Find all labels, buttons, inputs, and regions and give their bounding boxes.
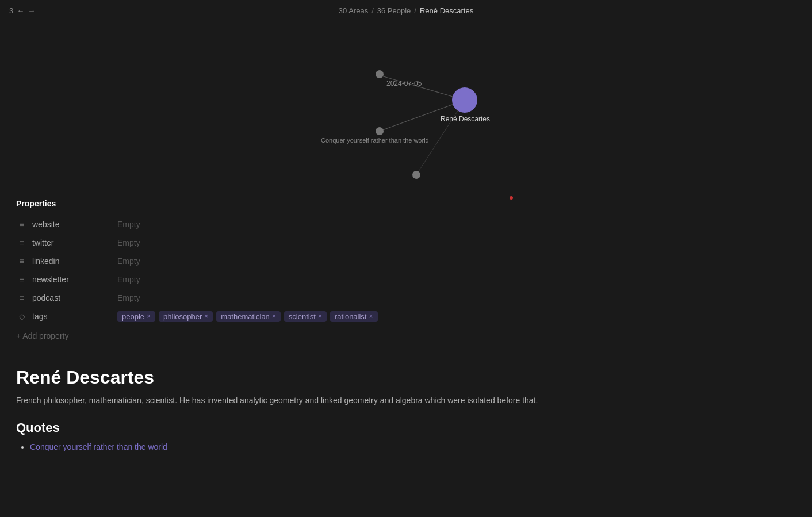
linkedin-label: linkedin	[32, 256, 113, 266]
tag-scientist-label: scientist	[289, 312, 316, 321]
properties-title: Properties	[16, 199, 796, 208]
newsletter-icon: ≡	[16, 275, 28, 284]
breadcrumb-people[interactable]: 36 People	[377, 6, 411, 15]
graph-svg: 2024-07-05 René Descartes Conquer yourse…	[0, 21, 812, 187]
property-row-podcast: ≡ podcast Empty	[16, 289, 796, 307]
breadcrumb-sep1: /	[371, 6, 374, 15]
tag-mathematician-label: mathematician	[221, 312, 270, 321]
tag-philosopher-remove[interactable]: ×	[204, 312, 208, 320]
tag-mathematician[interactable]: mathematician ×	[216, 311, 281, 322]
top-nav: 3 ← → 30 Areas / 36 People / René Descar…	[0, 0, 812, 21]
property-row-newsletter: ≡ newsletter Empty	[16, 270, 796, 289]
tags-container: people × philosopher × mathematician × s…	[117, 311, 378, 322]
podcast-icon: ≡	[16, 293, 28, 302]
twitter-label: twitter	[32, 238, 113, 247]
quotes-list: Conquer yourself rather than the world	[16, 442, 796, 451]
properties-section: Properties ≡ website Empty ≡ twitter Emp…	[0, 187, 812, 355]
graph-area: 2024-07-05 René Descartes Conquer yourse…	[0, 21, 812, 187]
quotes-title: Quotes	[16, 420, 796, 435]
tag-people-remove[interactable]: ×	[147, 312, 151, 320]
twitter-icon: ≡	[16, 238, 28, 247]
back-count: 3	[9, 6, 13, 15]
tag-rationalist[interactable]: rationalist ×	[330, 311, 378, 322]
newsletter-value[interactable]: Empty	[117, 275, 140, 284]
graph-node-bottom[interactable]	[412, 171, 420, 179]
tag-mathematician-remove[interactable]: ×	[272, 312, 276, 320]
tag-people-label: people	[122, 312, 144, 321]
graph-node-date-label: 2024-07-05	[386, 79, 422, 87]
quote-item: Conquer yourself rather than the world	[30, 442, 796, 451]
tag-philosopher[interactable]: philosopher ×	[159, 311, 213, 322]
tag-scientist-remove[interactable]: ×	[318, 312, 322, 320]
add-property-label: + Add property	[16, 331, 68, 340]
linkedin-value[interactable]: Empty	[117, 256, 140, 266]
red-dot-indicator	[510, 196, 513, 200]
tag-rationalist-remove[interactable]: ×	[369, 312, 373, 320]
podcast-value[interactable]: Empty	[117, 293, 140, 302]
breadcrumb-areas[interactable]: 30 Areas	[339, 6, 368, 15]
tag-scientist[interactable]: scientist ×	[284, 311, 327, 322]
person-description: French philosopher, mathematician, scien…	[16, 394, 796, 407]
tag-people[interactable]: people ×	[117, 311, 155, 322]
tag-rationalist-label: rationalist	[335, 312, 367, 321]
website-label: website	[32, 220, 113, 229]
breadcrumb-current: René Descartes	[420, 6, 473, 15]
breadcrumb-sep2: /	[414, 6, 416, 15]
website-icon: ≡	[16, 220, 28, 229]
content-section: René Descartes French philosopher, mathe…	[0, 355, 812, 466]
quote-link-1[interactable]: Conquer yourself rather than the world	[30, 442, 167, 451]
newsletter-label: newsletter	[32, 275, 113, 284]
properties-wrapper: Properties ≡ website Empty ≡ twitter Emp…	[0, 187, 812, 355]
graph-node-main-label: René Descartes	[441, 115, 490, 123]
tag-philosopher-label: philosopher	[163, 312, 202, 321]
property-row-website: ≡ website Empty	[16, 215, 796, 233]
add-property[interactable]: + Add property	[16, 328, 796, 344]
person-title: René Descartes	[16, 367, 796, 388]
property-row-tags: ◇ tags people × philosopher × mathematic…	[16, 307, 796, 325]
website-value[interactable]: Empty	[117, 220, 140, 229]
linkedin-icon: ≡	[16, 256, 28, 266]
twitter-value[interactable]: Empty	[117, 238, 140, 247]
tags-icon: ◇	[16, 312, 28, 321]
graph-node-date[interactable]	[376, 70, 384, 78]
graph-node-quote-label: Conquer yourself rather than the world	[321, 137, 429, 144]
property-row-linkedin: ≡ linkedin Empty	[16, 252, 796, 270]
graph-node-main[interactable]	[452, 87, 477, 113]
graph-node-quote[interactable]	[376, 127, 384, 135]
podcast-label: podcast	[32, 293, 113, 302]
forward-arrow[interactable]: →	[28, 6, 35, 15]
breadcrumb: 30 Areas / 36 People / René Descartes	[339, 6, 473, 15]
back-arrow[interactable]: ←	[17, 6, 24, 15]
nav-arrows: 3 ← →	[9, 6, 35, 15]
property-row-twitter: ≡ twitter Empty	[16, 233, 796, 252]
tags-label: tags	[32, 312, 113, 321]
